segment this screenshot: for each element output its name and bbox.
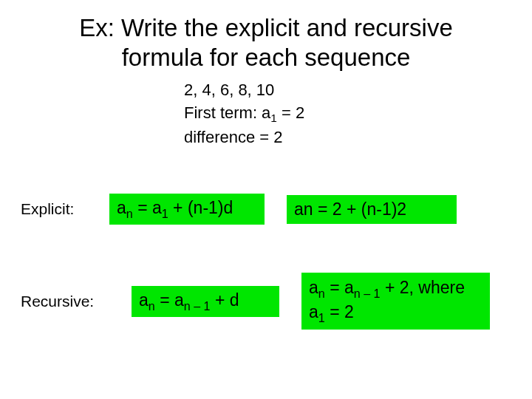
first-term: First term: a1 = 2 (184, 102, 532, 126)
sequence-terms: 2, 4, 6, 8, 10 (184, 79, 532, 102)
sequence-info: 2, 4, 6, 8, 10 First term: a1 = 2 differ… (184, 79, 532, 149)
difference: difference = 2 (184, 126, 532, 149)
slide-title: Ex: Write the explicit and recursive for… (0, 13, 532, 72)
recursive-general-formula: an = an – 1 + d (132, 286, 279, 318)
recursive-row: Recursive: an = an – 1 + d an = an – 1 +… (21, 273, 532, 330)
explicit-label: Explicit: (21, 200, 109, 218)
title-line2: formula for each sequence (122, 44, 411, 71)
explicit-specific-formula: an = 2 + (n-1)2 (287, 195, 457, 224)
explicit-row: Explicit: an = a1 + (n-1)d an = 2 + (n-1… (21, 194, 532, 225)
recursive-label: Recursive: (21, 293, 109, 310)
title-line1: Ex: Write the explicit and recursive (79, 14, 453, 41)
explicit-general-formula: an = a1 + (n-1)d (109, 194, 265, 225)
recursive-specific-formula: an = an – 1 + 2, wherea1 = 2 (301, 273, 490, 330)
